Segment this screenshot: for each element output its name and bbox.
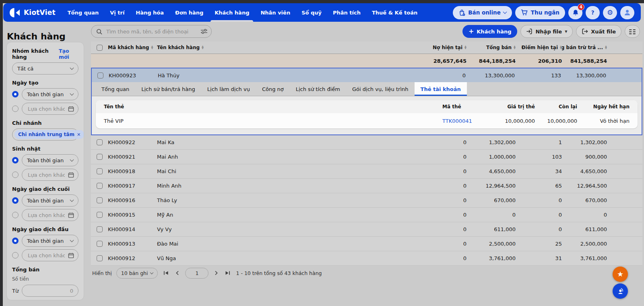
nav-item[interactable]: Đơn hàng: [175, 3, 203, 22]
detail-tab[interactable]: Tổng quan: [95, 82, 135, 96]
plus-icon: +: [469, 28, 474, 35]
row-checkbox[interactable]: [97, 255, 103, 261]
radio-custom-range[interactable]: [12, 212, 19, 218]
branch-tag-input[interactable]: Chi nhánh trung tâm ✕: [12, 128, 78, 141]
column-header[interactable]: Tên khách hàng: [157, 45, 398, 50]
import-file-button[interactable]: Nhập file ▼: [520, 25, 573, 38]
calendar-icon[interactable]: [68, 252, 74, 258]
customer-row[interactable]: KH000915 Mỹ An 0 0 0 0: [91, 208, 642, 222]
remove-tag-icon[interactable]: ✕: [77, 132, 80, 137]
row-checkbox[interactable]: [97, 226, 103, 232]
customer-group-select[interactable]: Tất cả: [12, 62, 78, 74]
radio-custom-range[interactable]: [12, 172, 19, 178]
radio-all-time[interactable]: [12, 91, 19, 97]
search-box[interactable]: [91, 25, 212, 38]
first-page-button[interactable]: [162, 270, 170, 276]
nav-item[interactable]: Nhân viên: [260, 3, 290, 22]
detail-tab[interactable]: Gói dịch vụ, liệu trình: [346, 82, 414, 96]
filter-total-sales: Tổng bán Số tiền Từ: [12, 267, 78, 297]
notifications-button[interactable]: 4: [568, 6, 582, 19]
radio-custom-range[interactable]: [12, 252, 19, 258]
customer-row[interactable]: KH000914 Vy Vy 0 611,000 0 611,000: [91, 222, 642, 237]
time-range-select[interactable]: Toàn thời gian: [22, 154, 78, 166]
detail-tab[interactable]: Lịch sử bán/trả hàng: [135, 82, 201, 96]
detail-tab[interactable]: Thẻ tài khoản: [415, 82, 467, 96]
custom-date-input[interactable]: [22, 169, 78, 181]
custom-date-input[interactable]: [22, 249, 78, 261]
rewards-fab[interactable]: ★: [613, 267, 628, 282]
custom-date-input[interactable]: [22, 209, 78, 221]
time-range-select[interactable]: Toàn thời gian: [22, 194, 78, 207]
row-checkbox[interactable]: [97, 183, 103, 189]
filter-label: Sinh nhật: [12, 146, 78, 152]
current-page-input[interactable]: 1: [185, 268, 208, 279]
column-header[interactable]: Nợ hiện tại: [398, 45, 466, 50]
amount-from-input[interactable]: [22, 285, 78, 297]
calendar-icon[interactable]: [68, 172, 74, 178]
customer-code: KH000917: [108, 183, 157, 189]
help-button[interactable]: ?: [586, 6, 600, 19]
cashier-button[interactable]: Thu ngân: [515, 6, 565, 19]
selected-customer-row[interactable]: KH000923 Hà Thủy 0 13,300,000 133 13,300…: [92, 68, 642, 82]
radio-all-time[interactable]: [12, 238, 19, 244]
customer-points: 1: [516, 139, 562, 145]
nav-item[interactable]: Phân tích: [333, 3, 361, 22]
radio-all-time[interactable]: [12, 157, 19, 163]
add-customer-button[interactable]: + Khách hàng: [462, 25, 518, 38]
row-checkbox[interactable]: [97, 72, 103, 79]
radio-custom-range[interactable]: [12, 105, 19, 112]
column-header[interactable]: Điểm hiện tại: [516, 45, 562, 50]
row-checkbox[interactable]: [97, 212, 103, 218]
last-page-button[interactable]: [224, 270, 231, 276]
account-button[interactable]: [620, 6, 634, 19]
row-checkbox[interactable]: [97, 168, 103, 174]
nav-item[interactable]: Thuế & Kế toán: [372, 3, 417, 22]
filter-sliders-icon[interactable]: [201, 29, 207, 34]
customer-row[interactable]: KH000921 Mai Anh 0 1,000,000 103 900,000: [91, 150, 642, 164]
sort-icon[interactable]: [605, 45, 607, 50]
next-page-button[interactable]: [213, 270, 219, 276]
sell-online-button[interactable]: Bán online: [453, 6, 512, 19]
customer-row[interactable]: KH000922 Mai Ka 0 1,302,000 1 1,302,000: [91, 135, 642, 150]
customer-row[interactable]: KH000913 Đào Mai 0 2,500,000 25 2,500,00…: [91, 237, 642, 251]
customer-row[interactable]: KH000917 Minh Anh 0 12,964,500 65 12,964…: [91, 179, 642, 193]
calendar-icon[interactable]: [68, 106, 74, 112]
calendar-icon[interactable]: [68, 212, 74, 218]
column-header[interactable]: Tổng bán: [466, 45, 516, 50]
customer-row[interactable]: KH000918 Mai Chi 0 4,650,000 34 4,650,00…: [91, 164, 642, 179]
export-file-button[interactable]: Xuất file: [576, 25, 621, 38]
detail-tab[interactable]: Lịch sử tích điểm: [290, 82, 346, 96]
detail-tab[interactable]: Công nợ: [256, 82, 290, 96]
support-fab[interactable]: [613, 283, 628, 299]
time-range-select[interactable]: Toàn thời gian: [22, 88, 78, 100]
nav-item[interactable]: Tổng quan: [68, 3, 99, 22]
card-code-link[interactable]: TTK000041: [442, 118, 487, 124]
column-header[interactable]: Mã khách hàng: [108, 45, 157, 50]
column-header[interactable]: Tổng bán trừ trả ...: [562, 45, 607, 50]
customer-row[interactable]: KH000916 Thảo Ly 0 670,000 0 670,000: [91, 193, 642, 208]
create-group-link[interactable]: Tạo mới: [59, 48, 78, 60]
page-size-select[interactable]: 10 bản ghi: [116, 268, 158, 279]
custom-date-input[interactable]: [22, 103, 78, 115]
column-settings-button[interactable]: [625, 25, 640, 38]
kiotviet-logo[interactable]: KiotViet: [10, 7, 56, 18]
row-checkbox[interactable]: [97, 154, 103, 160]
radio-all-time[interactable]: [12, 197, 19, 204]
sort-icon[interactable]: [151, 45, 153, 50]
detail-tab[interactable]: Lịch làm dịch vụ: [201, 82, 256, 96]
row-checkbox[interactable]: [97, 241, 103, 247]
settings-button[interactable]: ⚙: [603, 6, 617, 19]
row-checkbox[interactable]: [97, 139, 103, 145]
row-checkbox[interactable]: [97, 197, 103, 203]
nav-item[interactable]: Khách hàng: [215, 3, 249, 22]
nav-item[interactable]: Hàng hóa: [136, 3, 164, 22]
time-range-select[interactable]: Toàn thời gian: [22, 235, 78, 247]
select-all-checkbox[interactable]: [97, 45, 103, 51]
cart-icon: [521, 9, 528, 16]
customer-row[interactable]: KH000912 Vũ Nga 0 3,761,000 31 3,761,000: [91, 251, 642, 266]
nav-item[interactable]: Sổ quỹ: [301, 3, 322, 22]
search-input[interactable]: [105, 28, 198, 35]
prev-page-button[interactable]: [174, 270, 181, 276]
nav-item[interactable]: Vị trí: [110, 3, 124, 22]
sort-icon[interactable]: [202, 45, 204, 50]
